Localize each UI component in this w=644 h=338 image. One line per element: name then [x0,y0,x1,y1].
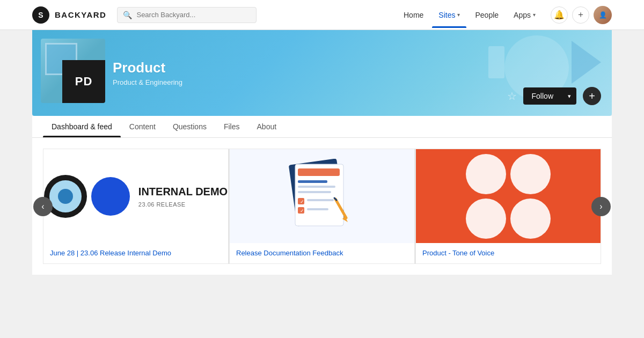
nav-apps[interactable]: Apps ▾ [507,8,542,23]
tab-dashboard-feed[interactable]: Dashboard & feed [43,116,121,137]
card-tone-of-voice[interactable]: Product - Tone of Voice [415,149,601,264]
notifications-button[interactable]: 🔔 [551,6,568,24]
demo-circle-blue [91,177,130,216]
top-navigation: S BACKYARD 🔍 Home Sites ▾ People Apps ▾ [0,0,644,30]
svg-rect-11 [307,208,328,210]
product-logo-card: PD [41,39,105,103]
content-carousel: ‹ [43,149,601,264]
card-caption-tone[interactable]: Product - Tone of Voice [422,248,594,258]
follow-button-label: Follow [523,87,562,105]
search-icon: 🔍 [123,11,132,19]
favorite-button[interactable]: ☆ [507,90,517,102]
tab-content[interactable]: Content [121,116,164,137]
add-to-button[interactable]: + [583,87,601,105]
chevron-down-icon: ▾ [533,12,536,18]
svg-rect-8 [307,199,334,201]
nav-sites[interactable]: Sites ▾ [432,8,466,23]
card-body-demo: June 28 | 23.06 Release Internal Demo [43,243,228,263]
tab-questions[interactable]: Questions [164,116,215,137]
card-demo-image: INTERNAL DEMO 23.06 RELEASE [43,149,228,243]
doc-illustration-svg: ✓ ✓ [284,159,360,234]
logo-icon: S [32,6,49,24]
card-tone-image [416,149,601,243]
tone-circles [457,149,559,247]
banner-triangle [572,41,601,84]
main-content: PD Product Product & Engineering ☆ Follo… [0,30,644,275]
tab-about[interactable]: About [248,116,286,137]
product-banner: PD Product Product & Engineering ☆ Follo… [32,30,612,116]
svg-rect-3 [298,180,327,183]
logo-area[interactable]: S BACKYARD [32,6,106,24]
demo-title: INTERNAL DEMO [138,185,228,198]
banner-wrapper: PD Product Product & Engineering ☆ Follo… [32,30,612,138]
demo-circle-inner [58,189,73,204]
demo-circles [44,175,130,218]
demo-text: INTERNAL DEMO 23.06 RELEASE [138,185,228,208]
card-documentation[interactable]: ✓ ✓ Releas [229,149,415,264]
card-doc-image: ✓ ✓ [230,149,414,243]
logo-card-initials: PD [62,60,105,103]
card-body-doc: Release Documentation Feedback [230,243,414,263]
svg-rect-4 [298,186,335,188]
nav-links: Home Sites ▾ People Apps ▾ [397,8,542,23]
content-area: ‹ [32,138,612,275]
nav-home[interactable]: Home [397,8,430,23]
card-caption-demo[interactable]: June 28 | 23.06 Release Internal Demo [50,248,222,258]
tone-circle-1 [466,154,506,194]
card-caption-doc[interactable]: Release Documentation Feedback [236,248,408,258]
svg-rect-2 [298,168,340,176]
svg-rect-5 [298,191,331,193]
product-title: Product [113,60,182,76]
svg-text:✓: ✓ [300,199,304,204]
logo-text: BACKYARD [55,10,106,19]
product-actions: ☆ Follow ▾ + [507,87,601,105]
user-avatar[interactable]: 👤 [594,6,612,24]
banner-rect [488,46,504,78]
carousel-prev-button[interactable]: ‹ [33,197,53,216]
nav-icons: 🔔 ＋ 👤 [551,6,612,24]
product-subtitle: Product & Engineering [113,78,182,86]
demo-release: 23.06 RELEASE [138,201,228,208]
carousel-next-button[interactable]: › [591,197,611,216]
search-input[interactable] [136,11,251,19]
follow-button[interactable]: Follow ▾ [523,87,576,105]
card-internal-demo[interactable]: INTERNAL DEMO 23.06 RELEASE June 28 | 23… [43,149,229,264]
add-button[interactable]: ＋ [572,6,589,24]
tone-circle-2 [510,154,551,194]
tone-circle-4 [510,199,551,239]
tabs-bar: Dashboard & feed Content Questions Files… [32,116,612,138]
search-bar[interactable]: 🔍 [117,7,257,23]
follow-chevron-icon[interactable]: ▾ [562,89,576,104]
svg-text:✓: ✓ [300,208,304,214]
cards-container: INTERNAL DEMO 23.06 RELEASE June 28 | 23… [43,149,601,264]
demo-circle-light [49,180,82,212]
product-header: Product Product & Engineering [113,30,182,116]
chevron-down-icon: ▾ [457,12,460,18]
plus-icon: + [589,90,595,102]
nav-people[interactable]: People [469,8,505,23]
tone-circle-3 [466,199,506,239]
tab-files[interactable]: Files [215,116,248,137]
